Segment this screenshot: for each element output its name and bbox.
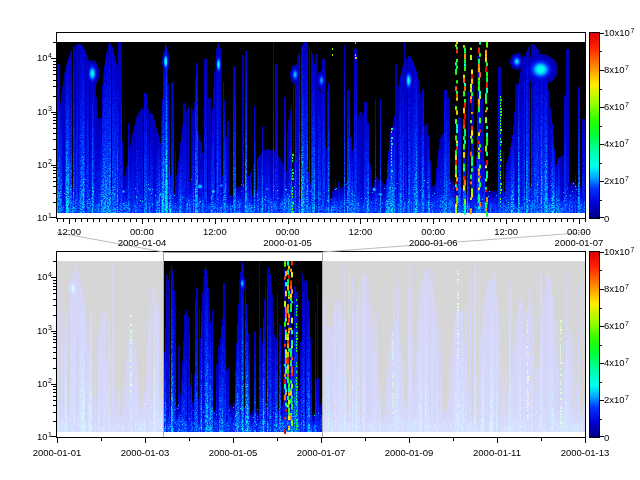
colorbar-minor-tick <box>600 126 602 127</box>
colorbar-minor-tick <box>600 89 602 90</box>
figure-canvas: 10110210310402x1074x1076x1078x10710x1071… <box>0 0 640 480</box>
y-minor-tick <box>53 286 57 287</box>
label-text: 10 <box>37 271 48 282</box>
x-minor-tick <box>354 219 355 222</box>
zoom-colorbar-gradient <box>590 33 599 218</box>
label-exponent: 7 <box>625 101 629 108</box>
x-major-tick <box>585 438 586 443</box>
colorbar-tick-label: 6x107 <box>604 320 629 332</box>
context-colorbar-gradient <box>590 252 599 437</box>
colorbar-minor-tick <box>600 163 602 164</box>
x-minor-tick <box>573 219 574 222</box>
x-minor-tick <box>57 219 58 222</box>
x-major-tick <box>497 438 498 443</box>
zoom-selection-box[interactable] <box>163 252 323 437</box>
y-tick-label: 101 <box>24 212 52 224</box>
x-minor-tick <box>154 219 155 222</box>
x-minor-tick <box>518 219 519 222</box>
x-tick-label: 2000-01-09 <box>385 447 434 458</box>
zoom-colorbar-frame <box>589 32 600 219</box>
y-minor-tick <box>53 70 57 71</box>
x-minor-tick <box>197 219 198 222</box>
y-minor-tick <box>53 173 57 174</box>
y-minor-tick <box>53 358 57 359</box>
x-minor-tick <box>106 219 107 222</box>
y-minor-tick <box>53 421 57 422</box>
x-minor-tick <box>99 219 100 222</box>
x-minor-tick <box>312 219 313 222</box>
colorbar-minor-tick <box>600 51 602 52</box>
label-exponent: 7 <box>625 283 629 290</box>
x-tick-label: 2000-01-05 <box>209 447 258 458</box>
y-minor-tick <box>53 342 57 343</box>
label-exponent: 7 <box>625 394 629 401</box>
colorbar-minor-tick <box>600 200 602 201</box>
label-text: 6x10 <box>604 320 625 331</box>
colorbar-tick-label: 0 <box>604 213 609 224</box>
x-tick-label: 12:00 <box>57 226 81 237</box>
label-text: 10 <box>37 106 48 117</box>
label-text: 8x10 <box>604 64 625 75</box>
label-text: 10x10 <box>604 27 630 38</box>
x-tick-time: 12:00 <box>57 226 81 237</box>
x-tick-label: 2000-01-13 <box>561 447 610 458</box>
x-minor-tick <box>365 438 366 441</box>
y-minor-tick <box>53 352 57 353</box>
x-minor-tick <box>81 219 82 222</box>
y-minor-tick <box>53 42 57 43</box>
x-minor-tick <box>184 219 185 222</box>
x-minor-tick <box>257 219 258 222</box>
x-minor-tick <box>439 219 440 222</box>
x-minor-tick <box>209 219 210 222</box>
x-minor-tick <box>93 219 94 222</box>
x-minor-tick <box>458 219 459 222</box>
y-minor-tick <box>53 181 57 182</box>
x-minor-tick <box>555 219 556 222</box>
y-minor-tick <box>53 123 57 124</box>
label-text: 6x10 <box>604 101 625 112</box>
x-minor-tick <box>561 219 562 222</box>
x-minor-tick <box>367 219 368 222</box>
x-minor-tick <box>245 219 246 222</box>
label-text: 10 <box>37 212 48 223</box>
x-major-tick <box>360 219 361 224</box>
label-exponent: 2 <box>48 377 52 384</box>
y-minor-tick <box>53 261 57 262</box>
x-tick-label: 2000-01-11 <box>473 447 521 458</box>
zoom-heatmap-canvas[interactable] <box>57 33 585 218</box>
y-minor-tick <box>53 389 57 390</box>
x-minor-tick <box>294 219 295 222</box>
x-minor-tick <box>112 219 113 222</box>
x-minor-tick <box>306 219 307 222</box>
x-tick-label: 00:002000-01-06 <box>409 226 458 248</box>
x-minor-tick <box>101 438 102 441</box>
y-minor-tick <box>53 305 57 306</box>
x-major-tick <box>145 438 146 443</box>
x-tick-time: 00:00 <box>263 226 312 237</box>
x-tick-date: 2000-01-07 <box>555 237 604 248</box>
label-exponent: 7 <box>625 320 629 327</box>
y-minor-tick <box>53 339 57 340</box>
y-minor-tick <box>53 299 57 300</box>
label-exponent: 7 <box>625 175 629 182</box>
label-text: 10 <box>37 52 48 63</box>
x-minor-tick <box>277 438 278 441</box>
x-minor-tick <box>160 219 161 222</box>
x-minor-tick <box>148 219 149 222</box>
y-tick-label: 103 <box>24 325 52 337</box>
label-exponent: 4 <box>48 271 52 278</box>
y-minor-tick <box>53 64 57 65</box>
colorbar-tick-label: 6x107 <box>604 101 629 113</box>
x-minor-tick <box>512 219 513 222</box>
x-minor-tick <box>543 219 544 222</box>
label-exponent: 4 <box>48 52 52 59</box>
x-tick-label: 00:002000-01-05 <box>263 226 312 248</box>
x-minor-tick <box>494 219 495 222</box>
x-minor-tick <box>324 219 325 222</box>
label-exponent: 1 <box>48 431 52 438</box>
x-tick-label: 00:002000-01-07 <box>555 226 604 248</box>
x-minor-tick <box>172 219 173 222</box>
y-minor-tick <box>53 283 57 284</box>
y-minor-tick <box>53 117 57 118</box>
label-text: 2x10 <box>604 394 625 405</box>
